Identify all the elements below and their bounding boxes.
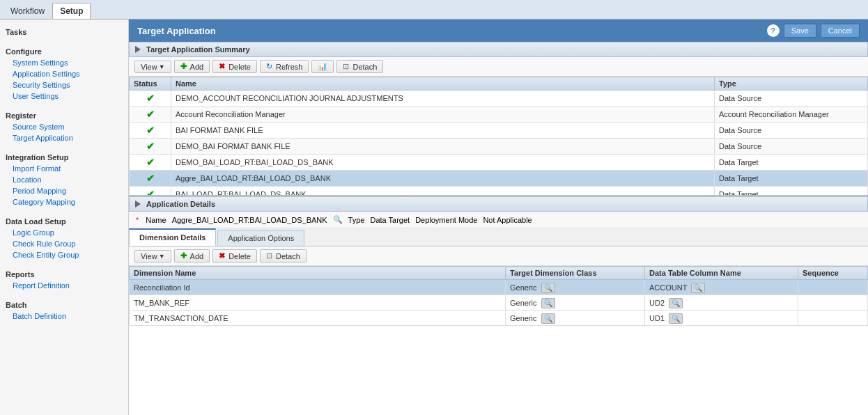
- dimension-table-wrapper[interactable]: Dimension Name Target Dimension Class Da…: [129, 266, 868, 326]
- name-cell: DEMO_ACCOUNT RECONCILIATION JOURNAL ADJU…: [171, 91, 715, 107]
- dim-delete-button[interactable]: ✖ Delete: [212, 249, 257, 263]
- tasks-title: Tasks: [0, 24, 128, 38]
- type-cell: Data Target: [715, 187, 868, 196]
- delete-button[interactable]: ✖ Delete: [212, 60, 257, 73]
- sidebar-item-application-settings[interactable]: Application Settings: [0, 68, 128, 79]
- tab-dimension-details[interactable]: Dimension Details: [129, 228, 216, 246]
- export-button[interactable]: 📊: [311, 60, 334, 73]
- dim-add-button[interactable]: ✚ Add: [174, 249, 210, 263]
- table-row[interactable]: ✔ BAI FORMAT BANK FILE Data Source: [130, 123, 868, 139]
- deployment-mode-value: Not Applicable: [483, 216, 532, 224]
- required-star: *: [136, 216, 139, 224]
- sidebar-item-check-rule-group[interactable]: Check Rule Group: [0, 238, 128, 249]
- detach-icon: ⊡: [343, 62, 349, 71]
- table-row[interactable]: ✔ BAI_LOAD_RT:BAI_LOAD_DS_BANK Data Targ…: [130, 187, 868, 196]
- tabs-container: Dimension Details Application Options: [129, 228, 868, 246]
- summary-section-header: Target Application Summary: [129, 42, 868, 57]
- dim-view-label: View: [141, 252, 157, 260]
- sidebar-item-security-settings[interactable]: Security Settings: [0, 79, 128, 91]
- add-button[interactable]: ✚ Add: [174, 60, 210, 73]
- check-icon: ✔: [146, 141, 155, 152]
- dim-column-name-cell: ACCOUNT 🔍: [645, 280, 798, 295]
- add-icon: ✚: [180, 62, 187, 71]
- table-row[interactable]: ✔ DEMO_ACCOUNT RECONCILIATION JOURNAL AD…: [130, 91, 868, 107]
- status-cell: ✔: [130, 187, 171, 196]
- table-row[interactable]: ✔ DEMO_BAI_LOAD_RT:BAI_LOAD_DS_BANK Data…: [130, 155, 868, 171]
- nav-workflow[interactable]: Workflow: [3, 3, 52, 19]
- table-row[interactable]: ✔ DEMO_BAI FORMAT BANK FILE Data Source: [130, 139, 868, 155]
- page-header: Target Application ? Save Cancel: [129, 19, 868, 42]
- dim-detach-label: Detach: [276, 252, 300, 260]
- table-row[interactable]: ✔ Aggre_BAI_LOAD_RT:BAI_LOAD_DS_BANK Dat…: [130, 171, 868, 187]
- dim-column-search-button[interactable]: 🔍: [667, 313, 684, 323]
- dimension-table: Dimension Name Target Dimension Class Da…: [129, 266, 868, 326]
- dim-class-search-button[interactable]: 🔍: [540, 313, 557, 323]
- dim-column-name-cell: UD1 🔍: [645, 311, 798, 326]
- name-value: Aggre_BAI_LOAD_RT:BAI_LOAD_DS_BANK: [172, 216, 327, 224]
- name-cell: DEMO_BAI_LOAD_RT:BAI_LOAD_DS_BANK: [171, 155, 715, 171]
- dim-class-search-button[interactable]: 🔍: [540, 297, 557, 308]
- reports-heading: Reports: [0, 266, 128, 280]
- type-cell: Data Source: [715, 139, 868, 155]
- delete-label: Delete: [228, 63, 251, 71]
- main-content: Target Application ? Save Cancel Target …: [129, 19, 868, 415]
- refresh-button[interactable]: ↻ Refresh: [260, 60, 309, 73]
- list-item[interactable]: Reconciliation Id Generic 🔍 ACCOUNT 🔍: [130, 280, 868, 295]
- details-collapse-triangle[interactable]: [135, 201, 141, 208]
- dim-detach-button[interactable]: ⊡ Detach: [260, 249, 307, 263]
- name-cell: BAI FORMAT BANK FILE: [171, 123, 715, 139]
- status-cell: ✔: [130, 139, 171, 155]
- sidebar-item-location[interactable]: Location: [0, 174, 128, 185]
- sidebar-item-period-mapping[interactable]: Period Mapping: [0, 185, 128, 196]
- summary-table-container[interactable]: Status Name Type ✔ DEMO_ACCOUNT RECONCIL…: [129, 77, 868, 195]
- sidebar-item-category-mapping[interactable]: Category Mapping: [0, 196, 128, 208]
- type-value: Data Target: [370, 216, 410, 224]
- dim-column-search-button[interactable]: 🔍: [667, 297, 684, 308]
- type-cell: Data Source: [715, 91, 868, 107]
- status-cell: ✔: [130, 155, 171, 171]
- sidebar-item-batch-definition[interactable]: Batch Definition: [0, 311, 128, 322]
- sidebar-item-import-format[interactable]: Import Format: [0, 163, 128, 174]
- sidebar-item-user-settings[interactable]: User Settings: [0, 91, 128, 102]
- top-nav: Workflow Setup: [0, 0, 868, 19]
- collapse-triangle[interactable]: [135, 46, 141, 53]
- dim-add-icon: ✚: [180, 251, 187, 260]
- help-icon[interactable]: ?: [767, 24, 780, 37]
- sidebar-item-check-entity-group[interactable]: Check Entity Group: [0, 249, 128, 260]
- col-status: Status: [130, 77, 171, 91]
- summary-table: Status Name Type ✔ DEMO_ACCOUNT RECONCIL…: [129, 77, 868, 195]
- name-search-icon[interactable]: 🔍: [333, 215, 343, 224]
- table-row[interactable]: ✔ Account Reconciliation Manager Account…: [130, 107, 868, 123]
- nav-setup[interactable]: Setup: [52, 3, 91, 19]
- dim-name-cell: TM_TRANSACTION_DATE: [130, 311, 506, 326]
- dim-class-cell: Generic 🔍: [506, 311, 645, 326]
- name-cell: Aggre_BAI_LOAD_RT:BAI_LOAD_DS_BANK: [171, 171, 715, 187]
- batch-heading: Batch: [0, 297, 128, 311]
- sidebar-item-source-system[interactable]: Source System: [0, 121, 128, 132]
- refresh-icon: ↻: [266, 62, 272, 71]
- dim-column-search-button[interactable]: 🔍: [690, 282, 706, 292]
- sidebar-item-system-settings[interactable]: System Settings: [0, 57, 128, 68]
- search-icon: 🔍: [669, 313, 683, 324]
- search-icon: 🔍: [691, 283, 705, 293]
- page-title: Target Application: [137, 26, 216, 36]
- tab-application-options[interactable]: Application Options: [217, 230, 304, 246]
- dim-sequence-cell: [798, 295, 868, 311]
- name-cell: DEMO_BAI FORMAT BANK FILE: [171, 139, 715, 155]
- add-label: Add: [190, 63, 204, 71]
- sidebar-item-logic-group[interactable]: Logic Group: [0, 227, 128, 238]
- list-item[interactable]: TM_TRANSACTION_DATE Generic 🔍 UD1 🔍: [130, 311, 868, 326]
- view-button[interactable]: View ▼: [134, 61, 171, 73]
- export-icon: 📊: [318, 62, 327, 71]
- sidebar-item-target-application[interactable]: Target Application: [0, 132, 128, 143]
- dim-view-button[interactable]: View ▼: [134, 250, 171, 263]
- list-item[interactable]: TM_BANK_REF Generic 🔍 UD2 🔍: [130, 295, 868, 311]
- dim-class-search-button[interactable]: 🔍: [540, 282, 557, 292]
- detach-button[interactable]: ⊡ Detach: [336, 60, 383, 73]
- dim-name-cell: TM_BANK_REF: [130, 295, 506, 311]
- sidebar-item-report-definition[interactable]: Report Definition: [0, 280, 128, 291]
- cancel-button[interactable]: Cancel: [821, 24, 860, 38]
- col-name: Name: [171, 77, 715, 91]
- dim-class-cell: Generic 🔍: [506, 295, 645, 311]
- save-button[interactable]: Save: [784, 24, 816, 38]
